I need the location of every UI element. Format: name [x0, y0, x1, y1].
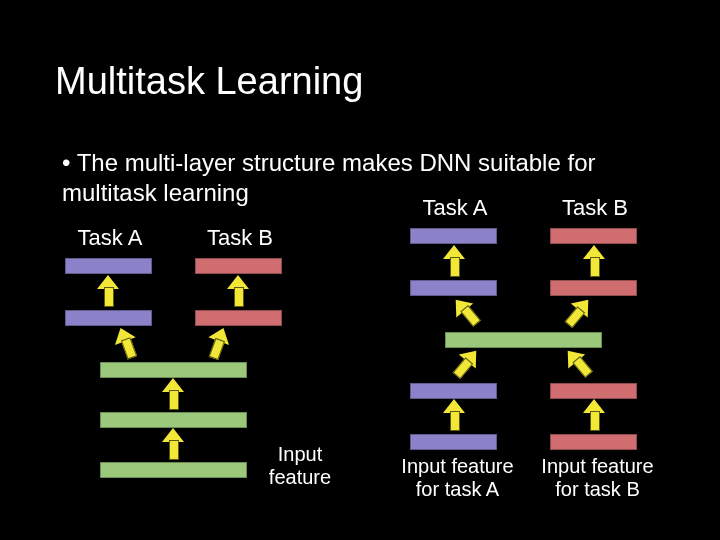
- right-task-b-label: Task B: [555, 195, 635, 221]
- right-input-b-label: Input feature for task B: [530, 455, 665, 501]
- arrow-icon: [559, 293, 596, 332]
- left-task-b-layer2: [195, 310, 282, 326]
- right-task-b-top: [550, 228, 637, 244]
- left-input-label: Input feature: [255, 443, 345, 489]
- arrow-icon: [227, 275, 249, 307]
- arrow-icon: [559, 344, 596, 383]
- arrow-icon: [443, 399, 465, 431]
- arrow-icon: [162, 378, 184, 410]
- arrow-icon: [583, 245, 605, 277]
- left-shared-layer-bot: [100, 462, 247, 478]
- left-task-b-label: Task B: [200, 225, 280, 251]
- arrow-icon: [443, 245, 465, 277]
- right-input-a-label: Input feature for task A: [390, 455, 525, 501]
- right-task-a-l2: [410, 280, 497, 296]
- arrow-icon: [583, 399, 605, 431]
- left-task-a-top-layer: [65, 258, 152, 274]
- left-task-a-label: Task A: [70, 225, 150, 251]
- right-task-a-top: [410, 228, 497, 244]
- left-shared-layer-top: [100, 362, 247, 378]
- left-task-b-top-layer: [195, 258, 282, 274]
- right-b-lower1: [550, 383, 637, 399]
- arrow-icon: [202, 324, 234, 362]
- right-task-a-label: Task A: [415, 195, 495, 221]
- arrow-icon: [447, 344, 484, 383]
- left-task-a-layer2: [65, 310, 152, 326]
- right-task-b-l2: [550, 280, 637, 296]
- right-a-lower1: [410, 383, 497, 399]
- arrow-icon: [97, 275, 119, 307]
- left-shared-layer-mid: [100, 412, 247, 428]
- arrow-icon: [110, 324, 142, 362]
- slide-title: Multitask Learning: [55, 60, 363, 103]
- right-a-input-layer: [410, 434, 497, 450]
- arrow-icon: [447, 293, 484, 332]
- right-b-input-layer: [550, 434, 637, 450]
- arrow-icon: [162, 428, 184, 460]
